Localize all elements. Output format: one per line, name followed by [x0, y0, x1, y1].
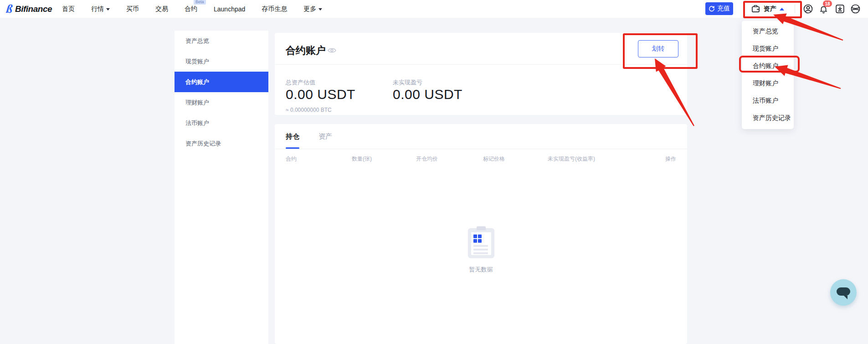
download-app-icon[interactable] [835, 4, 845, 14]
sidebar-item-fiat-account[interactable]: 法币账户 [175, 113, 268, 133]
unrealized-pnl-label: 未实现盈亏 [393, 78, 422, 87]
chat-bubble-icon [837, 287, 850, 296]
sidebar-item-earn-account[interactable]: 理财账户 [175, 92, 268, 113]
nav-divider [795, 5, 795, 13]
dropdown-item-asset-overview[interactable]: 资产总览 [742, 23, 794, 40]
notification-count-badge: 18 [823, 0, 832, 7]
dropdown-item-fiat-account[interactable]: 法币账户 [742, 92, 794, 109]
beta-badge: Beta [194, 0, 206, 5]
no-data-clipboard-icon [468, 228, 494, 258]
col-unrealized-pnl: 未实现盈亏(收益率) [548, 155, 665, 163]
wallet-icon [751, 4, 760, 14]
dropdown-item-spot-account[interactable]: 现货账户 [742, 40, 794, 57]
total-assets-value: 0.00 USDT [286, 87, 355, 102]
nav-item-trade[interactable]: 交易 [155, 5, 168, 13]
account-summary-card: 合约账户 划转 总资产估值 0.00 USDT ≈ 0.00000000 BTC… [275, 33, 687, 115]
btc-equivalent-value: ≈ 0.00000000 BTC [286, 107, 332, 113]
tab-positions[interactable]: 持仓 [286, 124, 299, 149]
toggle-balance-visibility-eye-icon[interactable] [328, 47, 336, 53]
nav-item-more[interactable]: 更多 [303, 5, 322, 13]
table-header-row: 合约 数量(张) 开仓均价 标记价格 未实现盈亏(收益率) 操作 [275, 149, 687, 168]
sidebar-item-contract-account[interactable]: 合约账户 [175, 72, 268, 92]
deposit-button[interactable]: 充值 [705, 2, 733, 15]
support-chat-button[interactable] [830, 279, 857, 306]
sidebar-item-asset-overview[interactable]: 资产总览 [175, 31, 268, 51]
col-actions: 操作 [665, 155, 676, 163]
dropdown-item-earn-account[interactable]: 理财账户 [742, 75, 794, 92]
col-mark-price: 标记价格 [483, 155, 548, 163]
empty-state: 暂无数据 [468, 228, 494, 274]
assets-sidebar: 资产总览 现货账户 合约账户 理财账户 法币账户 资产历史记录 [175, 31, 268, 344]
nav-menu: 首页 行情 买币 交易 合约Beta Launchpad 存币生息 更多 [62, 0, 322, 18]
nav-item-markets[interactable]: 行情 [91, 5, 110, 13]
sidebar-item-asset-history[interactable]: 资产历史记录 [175, 133, 268, 154]
brand-name: Bifinance [15, 4, 52, 14]
col-contract: 合约 [286, 155, 352, 163]
language-globe-icon[interactable] [850, 4, 861, 14]
unrealized-pnl-value: 0.00 USDT [393, 87, 462, 102]
tab-assets[interactable]: 资产 [318, 124, 332, 149]
chevron-down-icon [318, 8, 322, 10]
nav-item-home[interactable]: 首页 [62, 5, 75, 13]
dropdown-item-asset-history[interactable]: 资产历史记录 [742, 109, 794, 127]
dropdown-item-contract-account[interactable]: 合约账户 [742, 57, 794, 75]
assets-menu-button[interactable]: 资产 [751, 0, 784, 18]
assets-dropdown-menu: 资产总览 现货账户 合约账户 理财账户 法币账户 资产历史记录 [742, 21, 794, 129]
nav-item-futures[interactable]: 合约Beta [185, 5, 197, 13]
empty-state-text: 暂无数据 [468, 266, 494, 274]
col-entry-price: 开仓均价 [416, 155, 483, 163]
chat-bubble-tail [844, 296, 847, 299]
chevron-up-icon [780, 8, 784, 10]
deposit-history-icon [709, 5, 715, 12]
col-quantity: 数量(张) [352, 155, 416, 163]
brand-logo[interactable]: ß Bifinance [6, 0, 52, 18]
nav-item-buy[interactable]: 买币 [126, 5, 139, 13]
nav-item-earn[interactable]: 存币生息 [262, 5, 287, 13]
profile-icon[interactable] [803, 4, 813, 14]
brand-logo-icon: ß [6, 3, 13, 15]
assets-label: 资产 [764, 5, 776, 13]
page-title: 合约账户 [286, 44, 326, 57]
total-assets-label: 总资产估值 [286, 78, 315, 87]
sidebar-item-spot-account[interactable]: 现货账户 [175, 51, 268, 72]
positions-card: 持仓 资产 合约 数量(张) 开仓均价 标记价格 未实现盈亏(收益率) 操作 暂… [275, 124, 687, 344]
account-title-row: 合约账户 划转 [275, 33, 687, 65]
nav-item-launchpad[interactable]: Launchpad [214, 5, 245, 13]
transfer-button[interactable]: 划转 [638, 40, 678, 57]
chevron-down-icon [106, 8, 110, 10]
top-navigation: ß Bifinance 首页 行情 买币 交易 合约Beta Launchpad… [0, 0, 868, 18]
positions-tabs: 持仓 资产 [275, 124, 687, 149]
